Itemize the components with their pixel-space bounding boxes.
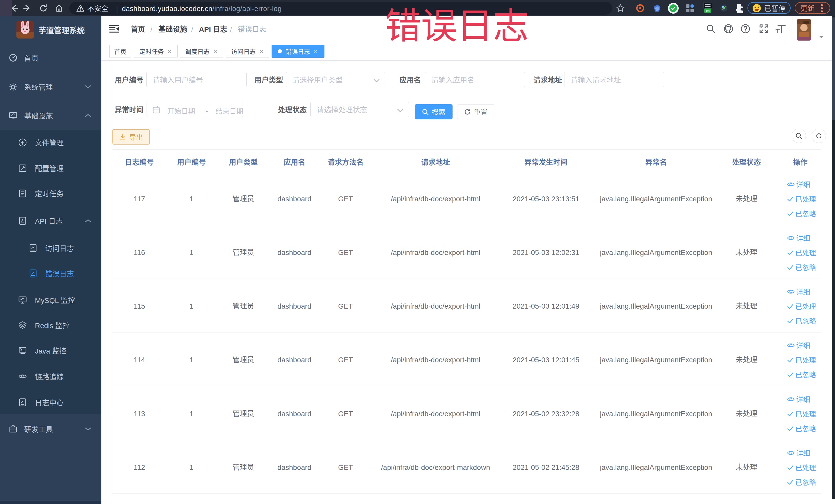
- svg-text:on: on: [706, 9, 710, 13]
